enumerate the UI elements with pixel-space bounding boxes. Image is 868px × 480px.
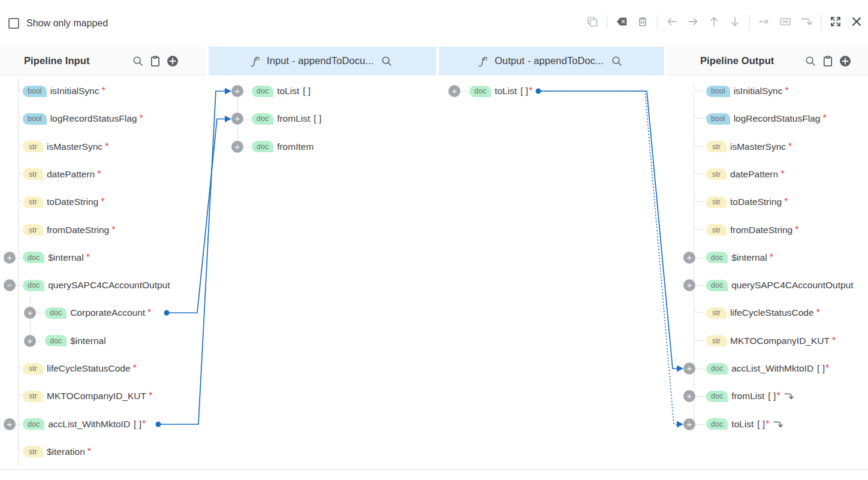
field-label: toList xyxy=(731,419,754,430)
schema-row[interactable]: + doc $internal xyxy=(0,327,209,355)
pass-through-icon[interactable] xyxy=(800,15,813,28)
field-label: lifeCycleStatusCode xyxy=(730,307,814,318)
expander-toggle[interactable]: + xyxy=(4,418,16,430)
arrow-left-icon[interactable] xyxy=(665,15,679,28)
schema-row[interactable]: str isMasterSync * xyxy=(0,133,209,161)
expander-toggle[interactable]: + xyxy=(24,335,36,347)
tree-dash xyxy=(243,119,251,119)
expander-toggle[interactable]: + xyxy=(683,279,695,291)
schema-row[interactable]: + doc fromList [ ] xyxy=(209,105,439,132)
schema-row[interactable]: str toDateString * xyxy=(667,188,868,216)
schema-row[interactable]: str datePattern * xyxy=(0,161,209,188)
toolbar-separator xyxy=(749,14,750,29)
clear-mappings-icon[interactable] xyxy=(615,15,628,28)
clipboard-icon[interactable] xyxy=(149,55,161,67)
expander-toggle[interactable]: + xyxy=(231,85,243,97)
pipeline-output-title: Pipeline Output xyxy=(700,55,774,67)
search-icon[interactable] xyxy=(381,55,393,67)
schema-row[interactable]: + doc toList [ ] xyxy=(209,77,439,105)
schema-row[interactable]: + doc $internal * xyxy=(667,244,868,271)
schema-row[interactable]: str $iteration * xyxy=(0,438,209,466)
schema-row[interactable]: str MKTOCompanyID_KUT * xyxy=(667,327,868,355)
add-icon[interactable] xyxy=(839,55,851,67)
field-label: MKTOCompanyID_KUT xyxy=(730,336,830,346)
expander-toggle[interactable]: + xyxy=(4,252,16,264)
schema-row[interactable]: str toDateString * xyxy=(0,188,209,216)
type-badge: bool xyxy=(706,86,730,97)
schema-row[interactable]: str fromDateString * xyxy=(667,216,868,244)
field-label: MKTOCompanyID_KUT xyxy=(47,391,146,401)
schema-row[interactable]: + doc fromList [ ] * xyxy=(667,382,868,410)
clipboard-icon[interactable] xyxy=(822,55,834,67)
type-badge: str xyxy=(23,168,43,180)
expander-toggle[interactable]: + xyxy=(683,252,695,264)
required-star: * xyxy=(149,391,152,401)
schema-row[interactable]: str fromDateString * xyxy=(0,216,209,244)
field-label: lifeCycleStatusCode xyxy=(47,363,131,374)
schema-row[interactable]: bool logRecordStatusFlag * xyxy=(667,105,868,132)
expander-toggle[interactable]: + xyxy=(231,113,243,125)
schema-row[interactable]: + doc toList [ ] * xyxy=(439,77,667,105)
show-only-mapped-checkbox[interactable] xyxy=(8,18,19,29)
type-badge: doc xyxy=(23,280,44,291)
tree-curve xyxy=(694,194,705,202)
array-suffix: [ ] xyxy=(520,86,528,96)
fn-output-title: Output - appendToDoc... xyxy=(495,55,604,67)
passthrough-icon xyxy=(784,391,794,401)
schema-row[interactable]: str datePattern * xyxy=(667,161,868,188)
search-icon[interactable] xyxy=(132,55,144,67)
expander-toggle[interactable]: + xyxy=(448,85,460,97)
mapper-toolbar xyxy=(586,14,863,29)
schema-row[interactable]: + doc toList [ ] * xyxy=(667,410,868,438)
delete-icon[interactable] xyxy=(636,15,649,28)
duplicate-icon[interactable] xyxy=(586,15,599,28)
expander-toggle[interactable]: + xyxy=(683,418,695,430)
schema-row[interactable]: + doc querySAPC4CAccountOutput xyxy=(667,271,868,299)
toolbar-separator xyxy=(607,14,607,29)
expander-toggle[interactable]: + xyxy=(683,363,695,375)
add-icon[interactable] xyxy=(167,55,179,67)
tree-curve xyxy=(18,222,22,230)
schema-row[interactable]: + doc accList_WithMktoID [ ] * xyxy=(667,355,868,382)
schema-row[interactable]: str MKTOCompanyID_KUT * xyxy=(0,382,209,410)
expander-toggle[interactable]: − xyxy=(4,279,16,291)
unmap-box-icon[interactable] xyxy=(779,15,792,28)
type-badge: doc xyxy=(706,252,728,263)
expand-icon[interactable] xyxy=(829,15,842,28)
schema-row[interactable]: + doc accList_WithMktoID [ ] * xyxy=(0,410,209,438)
search-icon[interactable] xyxy=(804,55,816,67)
schema-row[interactable]: bool logRecordStatusFlag * xyxy=(0,105,209,132)
arrow-right-icon[interactable] xyxy=(686,15,700,28)
tree-curve xyxy=(18,110,22,119)
expander-toggle[interactable]: + xyxy=(231,141,243,153)
required-star: * xyxy=(816,307,820,318)
schema-row[interactable]: bool isInitialSync * xyxy=(0,77,209,105)
schema-row[interactable]: str isMasterSync * xyxy=(667,133,868,161)
fn-icon: ƒn xyxy=(480,55,487,67)
schema-row[interactable]: + doc CorporateAccount * xyxy=(0,299,209,327)
required-star: * xyxy=(529,86,532,96)
type-badge: doc xyxy=(706,391,728,402)
schema-row[interactable]: bool isInitialSync * xyxy=(667,77,868,105)
arrow-down-icon[interactable] xyxy=(728,15,742,28)
expander-toggle[interactable]: + xyxy=(683,390,695,402)
expander-toggle[interactable]: + xyxy=(24,307,36,319)
schema-row[interactable]: − doc querySAPC4CAccountOutput xyxy=(0,271,209,299)
type-badge: doc xyxy=(706,363,728,375)
schema-row[interactable]: + doc $internal * xyxy=(0,244,209,271)
map-selected-icon[interactable] xyxy=(758,15,771,28)
required-star: * xyxy=(142,419,146,430)
field-label: toList xyxy=(277,86,299,96)
required-star: * xyxy=(785,86,788,96)
close-icon[interactable] xyxy=(850,15,863,28)
arrow-up-icon[interactable] xyxy=(707,15,721,28)
schema-row[interactable]: + doc fromItem xyxy=(209,133,439,161)
schema-row[interactable]: str lifeCycleStatusCode * xyxy=(667,299,868,327)
header-fn-input: ƒn Input - appendToDocu... xyxy=(209,47,436,76)
schema-row[interactable]: str lifeCycleStatusCode * xyxy=(0,355,209,382)
search-icon[interactable] xyxy=(611,55,623,67)
type-badge: bool xyxy=(23,113,47,125)
type-badge: doc xyxy=(706,418,728,430)
required-star: * xyxy=(825,363,829,374)
show-only-mapped-toggle[interactable]: Show only mapped xyxy=(8,18,108,29)
